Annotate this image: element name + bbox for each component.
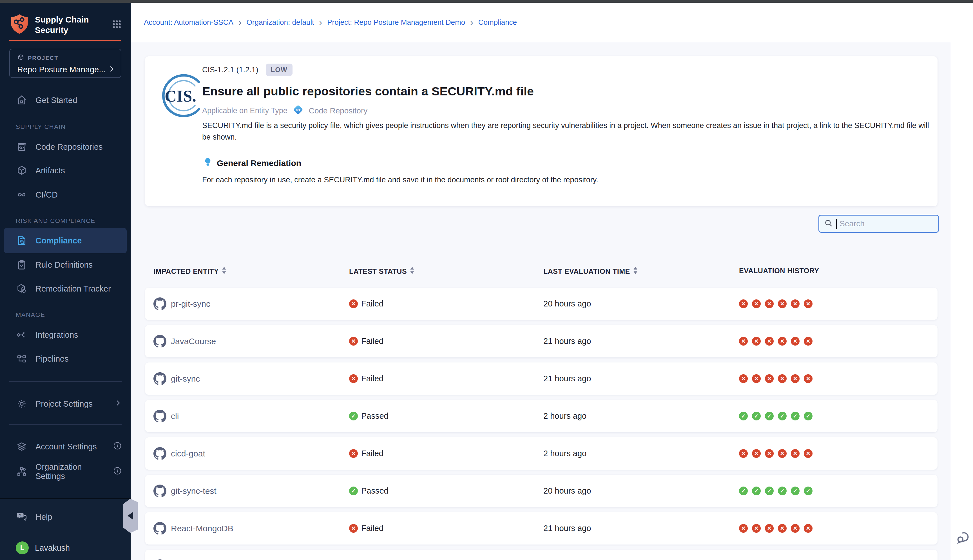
sidebar-item-rule-definitions[interactable]: Rule Definitions <box>0 253 131 277</box>
sidebar-item-account-settings[interactable]: Account Settings <box>0 435 131 458</box>
sidebar-item-artifacts[interactable]: Artifacts <box>0 159 131 182</box>
sidebar-item-organization-settings[interactable]: Organization Settings <box>0 460 131 483</box>
x-circle-icon: ✕ <box>791 524 799 533</box>
check-circle-icon: ✓ <box>804 412 813 420</box>
sort-icon[interactable] <box>633 267 638 276</box>
breadcrumb-organization[interactable]: Organization: default <box>247 18 314 27</box>
sidebar-item-project-settings[interactable]: Project Settings <box>0 392 131 416</box>
project-name: Repo Posture Manage... <box>17 65 107 74</box>
sidebar: Supply ChainSecurity PROJECT Repo Postur… <box>0 3 131 560</box>
x-circle-icon: ✕ <box>739 524 748 533</box>
last-evaluation-time: 20 hours ago <box>543 288 591 320</box>
remediation-text: For each repository in use, create a SEC… <box>202 176 937 184</box>
table-row[interactable]: cli ✓ Passed 2 hours ago ✓✓✓✓✓✓ <box>145 400 938 432</box>
breadcrumb-compliance[interactable]: Compliance <box>478 18 517 27</box>
search-box[interactable] <box>818 215 939 233</box>
user-menu[interactable]: L Lavakush <box>0 536 131 560</box>
x-circle-icon: ✕ <box>804 449 813 458</box>
sidebar-item-get-started[interactable]: Get Started <box>0 88 131 112</box>
github-icon <box>154 335 166 348</box>
rule-detail-card: CIS. CIS-1.2.1 (1.2.1) LOW Ensure all pu… <box>145 56 938 206</box>
sidebar-item-compliance[interactable]: Compliance <box>4 228 127 253</box>
table-row[interactable]: React-MongoDB ✕ Failed 21 hours ago ✕✕✕✕… <box>145 512 938 545</box>
check-circle-icon: ✓ <box>765 412 774 420</box>
x-circle-icon: ✕ <box>765 374 774 383</box>
chevron-right-icon <box>114 399 122 409</box>
project-selector[interactable]: PROJECT Repo Posture Manage... <box>9 49 121 78</box>
check-circle-icon: ✓ <box>778 487 787 495</box>
status-icon: ✓ <box>349 412 358 420</box>
check-circle-icon: ✓ <box>791 412 799 420</box>
severity-badge: LOW <box>266 63 292 76</box>
sort-icon[interactable] <box>410 267 415 276</box>
x-circle-icon: ✕ <box>765 524 774 533</box>
x-circle-icon: ✕ <box>739 299 748 308</box>
entity-name[interactable]: cli <box>171 412 179 421</box>
status-text: Failed <box>361 299 384 308</box>
x-circle-icon: ✕ <box>791 337 799 345</box>
info-icon[interactable] <box>113 441 122 453</box>
last-evaluation-time: 20 hours ago <box>543 475 591 507</box>
column-header-last-evaluation-time[interactable]: LAST EVALUATION TIME <box>543 267 638 276</box>
entity-name[interactable]: React-MongoDB <box>171 524 234 533</box>
sidebar-item-integrations[interactable]: Integrations <box>0 323 131 347</box>
x-circle-icon: ✕ <box>791 299 799 308</box>
entity-name[interactable]: git-sync <box>171 374 200 383</box>
evaluation-history: ✓✓✓✓✓✓ <box>739 475 813 507</box>
compliance-doc-search-icon <box>16 235 28 247</box>
table-row[interactable]: cicd-goat ✕ Failed 2 hours ago ✕✕✕✕✕✕ <box>145 437 938 470</box>
table-row[interactable]: git-sync-test ✓ Passed 20 hours ago ✓✓✓✓… <box>145 475 938 507</box>
sidebar-item-pipelines[interactable]: Pipelines <box>0 347 131 371</box>
pipelines-icon <box>16 353 28 365</box>
github-icon <box>154 485 166 498</box>
cube-icon <box>16 165 28 177</box>
sidebar-item-help[interactable]: ? Help <box>0 505 131 529</box>
table-row[interactable]: ✓ ✓✓✓✓✓✓ <box>145 550 938 560</box>
info-icon[interactable] <box>113 466 122 478</box>
app-switcher-grid-icon[interactable] <box>111 18 123 31</box>
breadcrumb-account[interactable]: Account: Automation-SSCA <box>144 18 234 27</box>
project-label: PROJECT <box>28 55 58 62</box>
status-text: Failed <box>361 374 384 383</box>
table-row[interactable]: git-sync ✕ Failed 21 hours ago ✕✕✕✕✕✕ <box>145 362 938 395</box>
entity-name[interactable]: git-sync-test <box>171 486 217 496</box>
search-input[interactable] <box>839 219 924 228</box>
sidebar-section-risk-compliance: RISK AND COMPLIANCE <box>16 217 95 225</box>
sidebar-item-cicd[interactable]: CI/CD <box>0 183 131 207</box>
x-circle-icon: ✕ <box>791 449 799 458</box>
sort-icon[interactable] <box>222 267 227 276</box>
check-circle-icon: ✓ <box>739 487 748 495</box>
column-header-impacted-entity[interactable]: IMPACTED ENTITY <box>154 267 227 276</box>
x-circle-icon: ✕ <box>804 524 813 533</box>
org-hierarchy-gear-icon <box>16 466 28 478</box>
table-header: IMPACTED ENTITY LATEST STATUS LAST EVALU… <box>145 267 938 284</box>
evaluation-history: ✕✕✕✕✕✕ <box>739 437 813 470</box>
sidebar-collapse-handle[interactable] <box>123 498 138 533</box>
x-circle-icon: ✕ <box>752 337 761 345</box>
column-header-latest-status[interactable]: LATEST STATUS <box>349 267 415 276</box>
sidebar-section-supply-chain: SUPPLY CHAIN <box>16 123 66 130</box>
breadcrumb-project[interactable]: Project: Repo Posture Management Demo <box>327 18 465 27</box>
breadcrumb-separator: › <box>239 17 242 28</box>
status-text: Failed <box>361 449 384 458</box>
table-row[interactable]: JavaCourse ✕ Failed 21 hours ago ✕✕✕✕✕✕ <box>145 325 938 357</box>
entity-name[interactable]: pr-git-sync <box>171 299 210 309</box>
status-text: Passed <box>361 486 389 495</box>
x-circle-icon: ✕ <box>791 374 799 383</box>
chat-support-icon[interactable] <box>955 530 971 547</box>
sidebar-item-remediation-tracker[interactable]: Remediation Tracker <box>0 277 131 300</box>
sidebar-item-code-repositories[interactable]: Code Repositories <box>0 135 131 159</box>
table-row[interactable]: pr-git-sync ✕ Failed 20 hours ago ✕✕✕✕✕✕ <box>145 288 938 320</box>
x-circle-icon: ✕ <box>752 524 761 533</box>
code-repository-icon <box>16 141 28 153</box>
entity-name[interactable]: JavaCourse <box>171 337 216 346</box>
project-cube-icon <box>17 54 25 62</box>
x-circle-icon: ✕ <box>765 299 774 308</box>
check-circle-icon: ✓ <box>804 487 813 495</box>
status-text: Failed <box>361 524 384 533</box>
github-icon <box>154 522 166 535</box>
status-icon: ✕ <box>349 337 358 345</box>
evaluation-history: ✕✕✕✕✕✕ <box>739 288 813 320</box>
entity-name[interactable]: cicd-goat <box>171 449 205 458</box>
search-icon <box>824 218 833 229</box>
